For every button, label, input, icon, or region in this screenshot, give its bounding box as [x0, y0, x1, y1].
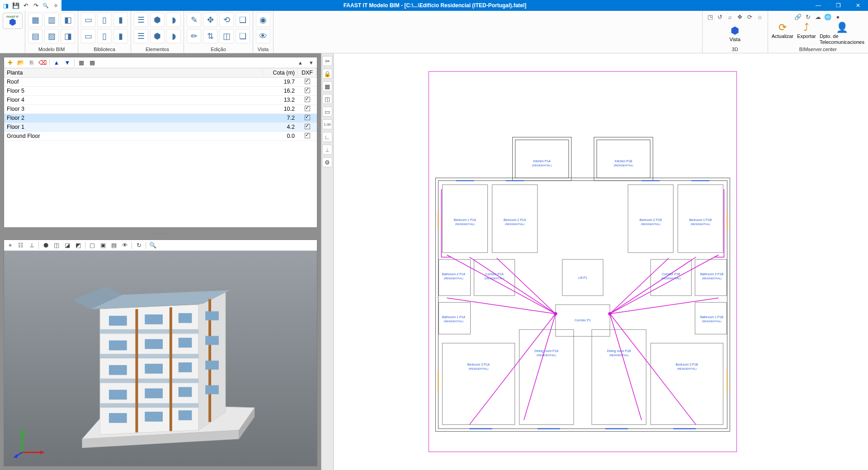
new-icon[interactable]: ✚: [6, 59, 14, 67]
panel-icon[interactable]: ▭: [81, 13, 95, 27]
config2-icon[interactable]: ▮: [113, 29, 128, 43]
eye-icon[interactable]: ◉: [256, 13, 270, 27]
table-row[interactable]: Floor 413.2: [4, 96, 317, 105]
app-icon[interactable]: ◨: [2, 1, 10, 9]
delete-icon[interactable]: ⌫: [38, 59, 47, 67]
splitter-handle[interactable]: ⋯⋯⋯: [4, 231, 317, 236]
table-row[interactable]: Floor 516.2: [4, 87, 317, 96]
undo-icon[interactable]: ↶: [22, 1, 30, 9]
exportar-button[interactable]: ⤴ Exportar: [797, 22, 816, 44]
cube2-icon[interactable]: ◨: [61, 29, 75, 43]
cube3d-icon[interactable]: ⬢: [150, 13, 165, 27]
globe-icon[interactable]: 🌐: [824, 13, 832, 21]
panel2-icon[interactable]: ▭: [81, 29, 95, 43]
rotate-icon[interactable]: ⟲: [219, 13, 234, 27]
cell-dxf[interactable]: [298, 114, 317, 122]
find-icon[interactable]: 🔍: [42, 1, 50, 9]
vp3-icon[interactable]: ▤: [110, 241, 118, 249]
nav-cube-icon[interactable]: ◳: [706, 13, 714, 21]
tool1-icon[interactable]: ▦: [77, 59, 85, 67]
grid-icon[interactable]: ▦: [28, 13, 42, 27]
collapse-down-icon[interactable]: ▾: [307, 59, 315, 67]
table-row[interactable]: Ground Floor0.0: [4, 132, 317, 141]
wire-icon[interactable]: ◫: [52, 241, 61, 249]
table-row[interactable]: Floor 27.2: [4, 114, 317, 123]
dpto-button[interactable]: 👤 Dpto. de Telecomunicaciones: [820, 22, 864, 44]
tool2-icon[interactable]: ▩: [88, 59, 96, 67]
graph-icon[interactable]: ☷: [17, 241, 25, 249]
minimize-button[interactable]: —: [808, 0, 828, 11]
sync-icon[interactable]: ↻: [804, 13, 812, 21]
cylinder-icon[interactable]: ◗: [166, 13, 181, 27]
up-icon[interactable]: ▲: [52, 59, 61, 67]
move-icon[interactable]: ✥: [203, 13, 217, 27]
vt-dim-icon[interactable]: 1.00: [322, 119, 332, 129]
dot-icon[interactable]: ●: [834, 13, 842, 21]
stack-icon[interactable]: ☰: [134, 13, 148, 27]
cell-dxf[interactable]: [298, 123, 317, 132]
vista-3d-button[interactable]: ⬢ Vista: [726, 25, 745, 42]
grid3-icon[interactable]: ▤: [28, 29, 42, 43]
config-icon[interactable]: ▮: [113, 13, 128, 27]
copy-icon[interactable]: ⎘: [28, 59, 36, 67]
eye2-icon[interactable]: 👁: [256, 29, 270, 43]
window2-icon[interactable]: ▯: [97, 29, 112, 43]
window-icon[interactable]: ▯: [97, 13, 112, 27]
close-button[interactable]: ✕: [848, 0, 868, 11]
maximize-button[interactable]: ❐: [828, 0, 848, 11]
cell-dxf[interactable]: [298, 78, 317, 86]
stack2-icon[interactable]: ☰: [134, 29, 148, 43]
view3d-viewport[interactable]: [4, 251, 317, 466]
cell-dxf[interactable]: [298, 105, 317, 113]
cube3d2-icon[interactable]: ⬢: [150, 29, 165, 43]
plane-icon[interactable]: ◫: [219, 29, 234, 43]
actualizar-button[interactable]: ⟳ Actualizar: [772, 22, 793, 44]
refresh3d-icon[interactable]: ↻: [135, 241, 143, 249]
grid2-icon[interactable]: ▥: [44, 13, 59, 27]
settings-icon[interactable]: ✧: [52, 1, 60, 9]
cell-dxf[interactable]: [298, 87, 317, 95]
vt-grid-icon[interactable]: ▦: [322, 81, 332, 91]
vt-lock-icon[interactable]: 🔒: [322, 69, 332, 79]
cloud-icon[interactable]: ☁: [814, 13, 822, 21]
nav-orbit-icon[interactable]: ⟳: [746, 13, 754, 21]
cell-dxf[interactable]: [298, 132, 317, 141]
nav-zoom-icon[interactable]: ⌕: [726, 13, 734, 21]
vt-config-icon[interactable]: ⚙: [322, 157, 332, 167]
table-row[interactable]: Floor 14.2: [4, 123, 317, 132]
save-icon[interactable]: 💾: [12, 1, 20, 9]
pick-icon[interactable]: ⌖: [6, 241, 14, 249]
pencil-icon[interactable]: ✎: [187, 13, 201, 27]
vt-rect-icon[interactable]: ▭: [322, 107, 332, 117]
nav-pan-icon[interactable]: ✥: [736, 13, 744, 21]
cube-select-icon[interactable]: ◧: [61, 13, 75, 27]
table-row[interactable]: Roof19.7: [4, 78, 317, 87]
collapse-up-icon[interactable]: ▴: [296, 59, 304, 67]
redo-icon[interactable]: ↷: [32, 1, 40, 9]
table-row[interactable]: Floor 310.2: [4, 105, 317, 114]
pencil2-icon[interactable]: ✏: [187, 29, 201, 43]
persp-icon[interactable]: ◩: [74, 241, 82, 249]
nav-home-icon[interactable]: ⌂: [756, 13, 764, 21]
cell-dxf[interactable]: [298, 96, 317, 104]
app-menu-button[interactable]: FAAST IT ⬢: [0, 11, 25, 53]
vt-select-icon[interactable]: ✂: [322, 56, 332, 66]
down-icon[interactable]: ▼: [63, 59, 71, 67]
layers-icon[interactable]: ❑: [236, 13, 250, 27]
axis-icon[interactable]: ⊥: [28, 241, 36, 249]
vp1-icon[interactable]: ▢: [88, 241, 96, 249]
nav-sync-icon[interactable]: ↺: [716, 13, 724, 21]
open-icon[interactable]: 📂: [17, 59, 25, 67]
grid4-icon[interactable]: ▨: [44, 29, 59, 43]
floor-table[interactable]: Planta Cota (m) DXF Roof19.7Floor 516.2F…: [4, 68, 317, 227]
vt-measure-icon[interactable]: ⟂: [322, 145, 332, 155]
cylinder2-icon[interactable]: ◗: [166, 29, 181, 43]
vt-angle-icon[interactable]: ∟: [322, 132, 332, 142]
vt-window-icon[interactable]: ◫: [322, 94, 332, 104]
link-icon[interactable]: 🔗: [794, 13, 802, 21]
visibility-icon[interactable]: 👁: [121, 241, 129, 249]
shade-icon[interactable]: ◪: [63, 241, 71, 249]
cube-nav-icon[interactable]: ⬢: [42, 241, 50, 249]
zoom3d-icon[interactable]: 🔍: [149, 241, 157, 249]
canvas-2d[interactable]: Kitchen P1A (RESIDENTIAL) Kitchen P1B (R…: [334, 53, 868, 470]
